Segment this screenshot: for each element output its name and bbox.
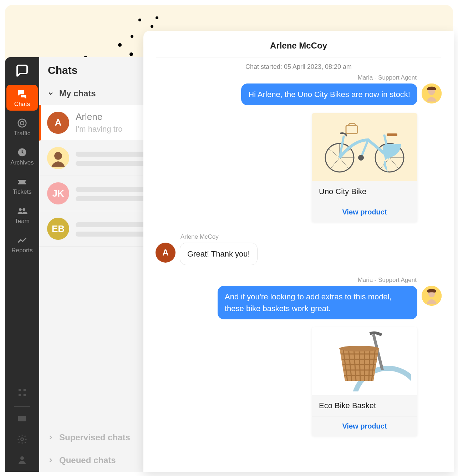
svg-point-10 (19, 208, 22, 211)
avatar: A (47, 112, 69, 134)
svg-rect-15 (24, 394, 26, 396)
chevron-right-icon (47, 457, 54, 464)
svg-point-39 (358, 155, 364, 161)
chat-header-name: Arlene McCoy (143, 38, 454, 57)
section-label: My chats (59, 88, 96, 98)
svg-rect-38 (346, 126, 357, 133)
sender-label: Maria - Support Agent (358, 74, 442, 81)
avatar (47, 147, 69, 169)
nav-label: Traffic (14, 130, 30, 137)
svg-line-36 (390, 158, 398, 168)
view-product-button[interactable]: View product (312, 416, 417, 436)
svg-rect-13 (24, 389, 26, 391)
svg-rect-37 (387, 133, 397, 136)
nav-label: Team (15, 218, 30, 225)
avatar: EB (47, 218, 69, 240)
nav-label: Chats (14, 101, 30, 108)
svg-rect-16 (18, 416, 26, 421)
row-preview: I'm having tro (76, 125, 122, 134)
nav-item-reports[interactable]: Reports (6, 231, 38, 257)
nav-item-team[interactable]: Team (6, 202, 38, 228)
svg-point-17 (21, 438, 24, 441)
message-bubble: Great! Thank you! (180, 243, 258, 265)
chevron-right-icon (47, 434, 54, 441)
nav-item-chats[interactable]: Chats (6, 85, 38, 111)
avatar: JK (47, 182, 69, 204)
nav-item-archives[interactable]: Archives (6, 143, 38, 169)
product-title: Eco Bike Basket (312, 395, 417, 416)
message-block: Maria - Support Agent Hi Arlene, the Uno… (156, 74, 442, 105)
product-card-uno-city-bike: Uno City Bike View product (312, 113, 417, 222)
nav-label: Archives (10, 159, 34, 166)
nav-label: Reports (11, 247, 33, 254)
app-logo-icon (14, 63, 30, 79)
chat-transcript-panel: Arlene McCoy Chat started: 05 April 2023… (143, 31, 454, 472)
message-block: Maria - Support Agent And if you're look… (156, 277, 442, 319)
row-name: Arlene (76, 111, 122, 122)
agent-avatar (422, 286, 442, 306)
product-image (312, 327, 417, 395)
message-bubble: And if you're looking to add extras to t… (218, 286, 417, 319)
svg-line-29 (331, 158, 340, 168)
svg-line-27 (329, 149, 340, 158)
sender-label: Arlene McCoy (156, 233, 219, 240)
view-product-button[interactable]: View product (312, 202, 417, 222)
svg-rect-14 (19, 394, 21, 396)
product-image (312, 113, 417, 181)
svg-point-20 (54, 152, 62, 160)
svg-point-8 (20, 121, 24, 125)
nav-item-profile[interactable] (6, 451, 38, 468)
svg-point-18 (20, 456, 24, 460)
svg-point-7 (18, 119, 26, 127)
messages-container: Maria - Support Agent Hi Arlene, the Uno… (143, 74, 454, 443)
customer-avatar: A (156, 243, 175, 263)
chevron-down-icon (47, 90, 54, 97)
svg-line-30 (340, 158, 348, 168)
nav-item-settings[interactable] (6, 430, 38, 447)
message-block: Arlene McCoy A Great! Thank you! (156, 233, 442, 265)
section-label: Supervised chats (59, 432, 130, 442)
agent-avatar (422, 83, 442, 103)
svg-rect-12 (19, 389, 21, 391)
product-card-eco-bike-basket: Eco Bike Basket View product (312, 327, 417, 436)
message-bubble: Hi Arlene, the Uno City Bikes are now in… (241, 83, 417, 105)
product-title: Uno City Bike (312, 181, 417, 202)
nav-item-billing[interactable] (6, 410, 38, 427)
nav-item-tickets[interactable]: Tickets (6, 173, 38, 198)
svg-point-11 (22, 208, 25, 211)
nav-separator (14, 406, 30, 407)
chat-started-label: Chat started: 05 April 2023, 08:20 am (143, 57, 454, 74)
section-label: Queued chats (59, 455, 116, 465)
nav-item-traffic[interactable]: Traffic (6, 114, 38, 140)
nav-rail: Chats Traffic Archives Tickets Team Repo… (5, 57, 39, 472)
nav-label: Tickets (12, 188, 31, 196)
nav-item-apps[interactable] (6, 384, 38, 401)
svg-point-55 (339, 346, 379, 351)
sender-label: Maria - Support Agent (358, 277, 442, 284)
